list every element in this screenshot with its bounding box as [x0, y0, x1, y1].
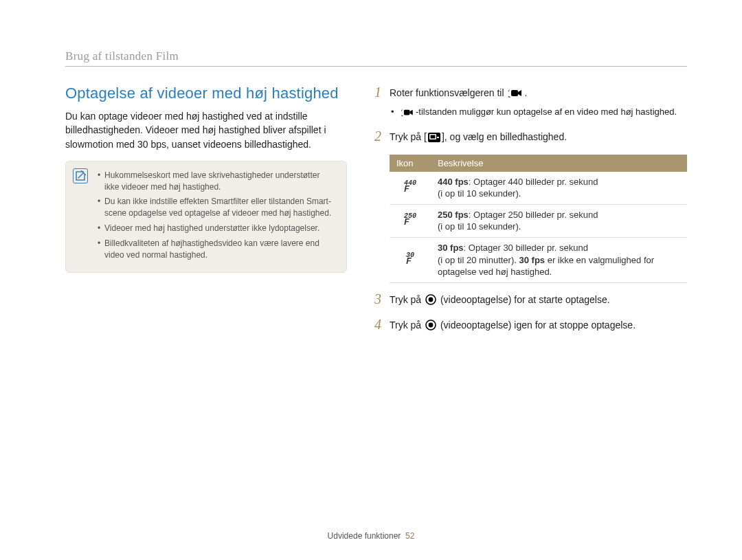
fps-440-icon: 440F	[390, 172, 431, 205]
step-2: 2 Tryk på [], og vælg en billedhastighed…	[374, 128, 687, 146]
text: .	[524, 87, 527, 98]
step-4: 4 Tryk på (videooptagelse) igen for at s…	[374, 317, 687, 334]
svg-rect-5	[437, 137, 439, 138]
divider	[65, 66, 687, 67]
text: Roter funktionsvælgeren til	[390, 87, 506, 98]
svg-rect-4	[430, 135, 435, 139]
table-row: 250F 250 fps: Optager 250 billeder pr. s…	[390, 204, 687, 237]
frame-rate-table: Ikon Beskrivelse 440F 440 fps: Optager 4…	[390, 155, 687, 283]
step-body: Roter funktionsvælgeren til . -tilstande…	[390, 85, 687, 120]
text: Tryk på [	[390, 131, 427, 142]
svg-rect-0	[511, 90, 518, 96]
column-left: Optagelse af videoer med høj hastighed D…	[65, 85, 347, 342]
table-header-icon: Ikon	[390, 155, 431, 172]
page-number: 52	[405, 531, 414, 541]
footer-text: Udvidede funktioner	[328, 531, 401, 541]
info-item: Billedkvaliteten af højhastighedsvideo k…	[98, 238, 337, 261]
frame-rate-button-icon	[428, 132, 440, 146]
step-number: 2	[374, 128, 390, 146]
note-icon	[73, 168, 88, 183]
section-title: Optagelse af videoer med høj hastighed	[65, 85, 347, 102]
step-body: Tryk på [], og vælg en billedhastighed.	[390, 128, 687, 146]
svg-point-7	[429, 297, 434, 302]
step-number: 3	[374, 291, 390, 309]
step-body: Tryk på (videooptagelse) for at starte o…	[390, 291, 687, 309]
text: Tryk på	[390, 294, 424, 305]
fps-440-desc: 440 fps: Optager 440 billeder pr. sekund…	[431, 172, 687, 205]
mode-dial-hs-video-icon	[401, 108, 414, 120]
info-item: Videoer med høj hastighed understøtter i…	[98, 223, 337, 234]
table-row: 440F 440 fps: Optager 440 billeder pr. s…	[390, 172, 687, 205]
info-item: Hukommelseskort med lave skrivehastighed…	[98, 170, 337, 193]
text: ], og vælg en billedhastighed.	[442, 131, 567, 142]
fps-30-icon: 30F	[390, 237, 431, 282]
step-1: 1 Roter funktionsvælgeren til . -tilstan…	[374, 85, 687, 120]
fps-30-desc: 30 fps: Optager 30 billeder pr. sekund(i…	[431, 237, 687, 282]
text: (videooptagelse) igen for at stoppe opta…	[438, 320, 636, 331]
info-box: Hukommelseskort med lave skrivehastighed…	[65, 161, 347, 273]
step-number: 4	[374, 317, 390, 334]
step-number: 1	[374, 85, 390, 120]
step-3: 3 Tryk på (videooptagelse) for at starte…	[374, 291, 687, 309]
mode-dial-hs-video-icon	[508, 88, 523, 102]
svg-point-9	[429, 323, 434, 328]
fps-250-icon: 250F	[390, 204, 431, 237]
step-body: Tryk på (videooptagelse) igen for at sto…	[390, 317, 687, 334]
table-row: 30F 30 fps: Optager 30 billeder pr. seku…	[390, 237, 687, 282]
column-right: 1 Roter funktionsvælgeren til . -tilstan…	[374, 85, 687, 342]
breadcrumb: Brug af tilstanden Film	[65, 49, 687, 63]
step-sub-item: -tilstanden muliggør kun optagelse af en…	[391, 106, 687, 120]
page-footer: Udvidede funktioner 52	[0, 531, 742, 541]
fps-250-desc: 250 fps: Optager 250 billeder pr. sekund…	[431, 204, 687, 237]
text: (videooptagelse) for at starte optagelse…	[438, 294, 610, 305]
record-button-icon	[425, 294, 436, 309]
columns: Optagelse af videoer med høj hastighed D…	[65, 85, 687, 342]
text: Tryk på	[390, 320, 424, 331]
record-button-icon	[425, 320, 436, 334]
text: -tilstanden muliggør kun optagelse af en…	[416, 107, 677, 117]
svg-rect-1	[404, 110, 410, 115]
table-header-desc: Beskrivelse	[431, 155, 687, 172]
intro-paragraph: Du kan optage videoer med høj hastighed …	[65, 109, 347, 151]
info-item: Du kan ikke indstille effekten Smartfilt…	[98, 196, 337, 219]
